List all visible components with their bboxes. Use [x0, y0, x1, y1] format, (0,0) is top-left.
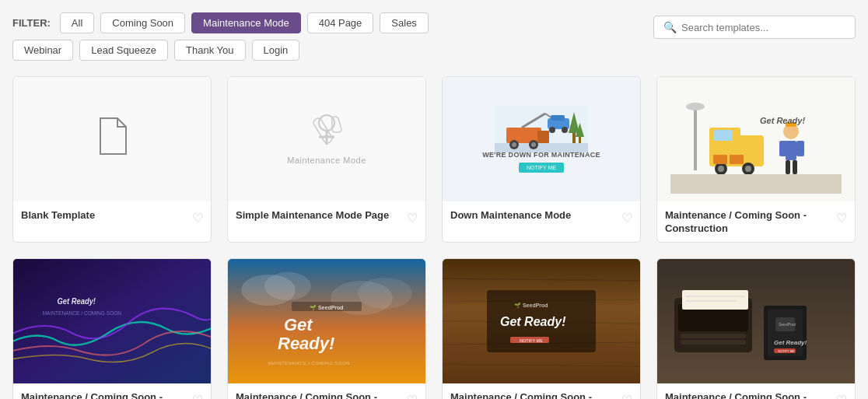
- template-name-simple: Simple Maintenance Mode Page: [236, 209, 389, 222]
- template-name-clouds: Maintenance / Coming Soon -: [236, 391, 377, 399]
- down-thumb-content: WE'RE DOWN FOR MAINTENACE NOTIFY ME: [443, 77, 640, 201]
- favorite-wood[interactable]: ♡: [621, 393, 632, 399]
- favorite-down[interactable]: ♡: [621, 211, 632, 226]
- filter-thank-you[interactable]: Thank You: [174, 40, 245, 61]
- filter-maintenance-mode[interactable]: Maintenance Mode: [191, 12, 301, 33]
- filter-all[interactable]: All: [60, 12, 94, 33]
- svg-rect-37: [793, 160, 797, 174]
- template-card-down-maintenance[interactable]: WE'RE DOWN FOR MAINTENACE NOTIFY ME Down…: [442, 76, 641, 243]
- svg-rect-19: [579, 137, 581, 143]
- svg-text:MAINTENANCE / COMING SOON: MAINTENANCE / COMING SOON: [268, 361, 350, 366]
- svg-rect-70: [681, 340, 746, 345]
- svg-point-15: [549, 127, 555, 133]
- svg-point-30: [745, 166, 751, 172]
- template-info-down: Down Maintenance Mode ♡: [443, 201, 640, 232]
- filter-label: FILTER:: [12, 17, 51, 29]
- svg-rect-41: [670, 174, 842, 194]
- favorite-simple[interactable]: ♡: [407, 211, 418, 226]
- down-title-text: WE'RE DOWN FOR MAINTENACE: [482, 151, 600, 159]
- filter-lead-squeeze[interactable]: Lead Squeeze: [79, 40, 168, 61]
- template-card-blank[interactable]: Blank Template ♡: [12, 76, 212, 243]
- filter-404-page[interactable]: 404 Page: [307, 12, 374, 33]
- svg-point-49: [358, 278, 412, 309]
- svg-rect-22: [694, 108, 697, 170]
- svg-text:NOTIFY ME: NOTIFY ME: [778, 349, 795, 353]
- template-info-threads: Maintenance / Coming Soon - Threads ♡: [13, 383, 211, 399]
- filter-row-2: Webinar Lead Squeeze Thank You Login: [12, 40, 429, 61]
- template-card-threads[interactable]: Get Ready! MAINTENANCE / COMING SOON Mai…: [12, 258, 212, 399]
- template-card-typewriter[interactable]: SeedProd Get Ready! NOTIFY ME Maintenanc…: [656, 258, 856, 399]
- svg-point-47: [264, 272, 311, 300]
- template-info-simple: Simple Maintenance Mode Page ♡: [228, 201, 425, 232]
- filter-coming-soon[interactable]: Coming Soon: [100, 12, 185, 33]
- filter-section: FILTER: All Coming Soon Maintenance Mode…: [12, 12, 429, 61]
- svg-text:NOTIFY ME: NOTIFY ME: [520, 338, 543, 343]
- maintenance-mode-label: Maintenance Mode: [287, 156, 366, 165]
- template-card-construction[interactable]: Get Ready! Maintenance / Coming Soon - C…: [656, 76, 856, 243]
- favorite-construction[interactable]: ♡: [836, 211, 847, 226]
- down-cta-btn: NOTIFY ME: [519, 163, 564, 173]
- svg-rect-26: [713, 130, 733, 141]
- template-card-wood[interactable]: 🌱 SeedProd Get Ready! NOTIFY ME Maintena…: [442, 258, 641, 399]
- template-info-clouds: Maintenance / Coming Soon - ♡: [228, 383, 425, 399]
- template-name-construction: Maintenance / Coming Soon - Construction: [665, 209, 833, 236]
- template-card-simple-maintenance[interactable]: Maintenance Mode Simple Maintenance Mode…: [227, 76, 426, 243]
- page-container: FILTER: All Coming Soon Maintenance Mode…: [12, 12, 856, 399]
- svg-point-23: [686, 103, 705, 110]
- template-info-wood: Maintenance / Coming Soon - Wood ♡: [443, 383, 640, 399]
- template-thumb-wood: 🌱 SeedProd Get Ready! NOTIFY ME: [443, 259, 640, 383]
- svg-rect-42: [13, 259, 211, 383]
- template-thumb-typewriter: SeedProd Get Ready! NOTIFY ME: [657, 259, 855, 383]
- filter-webinar[interactable]: Webinar: [12, 40, 73, 61]
- favorite-typewriter[interactable]: ♡: [836, 393, 847, 399]
- filter-login[interactable]: Login: [252, 40, 300, 61]
- template-thumb-down: WE'RE DOWN FOR MAINTENACE NOTIFY ME: [443, 77, 640, 201]
- svg-rect-35: [796, 141, 804, 156]
- templates-grid: Blank Template ♡ Maintenance Mode: [12, 76, 856, 399]
- template-info-construction: Maintenance / Coming Soon - Construction…: [657, 201, 855, 242]
- down-text-block: WE'RE DOWN FOR MAINTENACE NOTIFY ME: [482, 151, 600, 173]
- svg-text:Ready!: Ready!: [278, 334, 334, 353]
- svg-point-16: [562, 127, 568, 133]
- template-thumb-simple-maintenance: Maintenance Mode: [228, 77, 425, 201]
- filter-row-1: FILTER: All Coming Soon Maintenance Mode…: [12, 12, 429, 33]
- svg-text:🌱 SeedProd: 🌱 SeedProd: [514, 302, 548, 309]
- template-info-blank: Blank Template ♡: [13, 201, 211, 232]
- svg-rect-33: [786, 141, 796, 160]
- svg-rect-39: [730, 155, 744, 164]
- template-name-blank: Blank Template: [21, 209, 95, 222]
- favorite-blank[interactable]: ♡: [192, 211, 203, 226]
- search-input[interactable]: [681, 22, 845, 33]
- template-thumb-blank: [13, 77, 211, 201]
- svg-rect-71: [682, 290, 748, 310]
- svg-rect-17: [572, 133, 576, 143]
- maintenance-thumb-content: Maintenance Mode: [287, 114, 366, 165]
- construction-scene-content: Get Ready!: [657, 77, 855, 201]
- svg-rect-6: [537, 131, 549, 143]
- template-thumb-construction: Get Ready!: [657, 77, 855, 201]
- threads-bg: Get Ready! MAINTENANCE / COMING SOON: [13, 259, 211, 383]
- template-card-clouds[interactable]: 🌱 SeedProd Get Ready! MAINTENANCE / COMI…: [227, 258, 426, 399]
- template-name-wood: Maintenance / Coming Soon - Wood: [450, 391, 618, 399]
- search-icon: 🔍: [663, 21, 677, 33]
- svg-text:Get: Get: [284, 315, 313, 334]
- template-info-typewriter: Maintenance / Coming Soon - ♡: [657, 383, 855, 399]
- favorite-threads[interactable]: ♡: [192, 393, 203, 399]
- svg-point-8: [512, 142, 516, 147]
- search-box[interactable]: 🔍: [653, 16, 856, 39]
- svg-point-10: [531, 142, 536, 147]
- svg-text:🌱 SeedProd: 🌱 SeedProd: [310, 304, 344, 311]
- template-name-threads: Maintenance / Coming Soon - Threads: [21, 391, 189, 399]
- svg-text:MAINTENANCE / COMING SOON: MAINTENANCE / COMING SOON: [43, 310, 122, 316]
- svg-point-28: [718, 166, 724, 172]
- svg-rect-38: [713, 155, 727, 164]
- favorite-clouds[interactable]: ♡: [407, 393, 418, 399]
- svg-rect-14: [551, 115, 565, 121]
- template-thumb-clouds: 🌱 SeedProd Get Ready! MAINTENANCE / COMI…: [228, 259, 425, 383]
- svg-rect-36: [786, 160, 790, 174]
- file-icon: [96, 117, 128, 162]
- template-name-down: Down Maintenance Mode: [450, 209, 571, 222]
- svg-text:Get Ready!: Get Ready!: [57, 297, 96, 306]
- filter-sales[interactable]: Sales: [380, 12, 429, 33]
- svg-rect-34: [779, 141, 787, 156]
